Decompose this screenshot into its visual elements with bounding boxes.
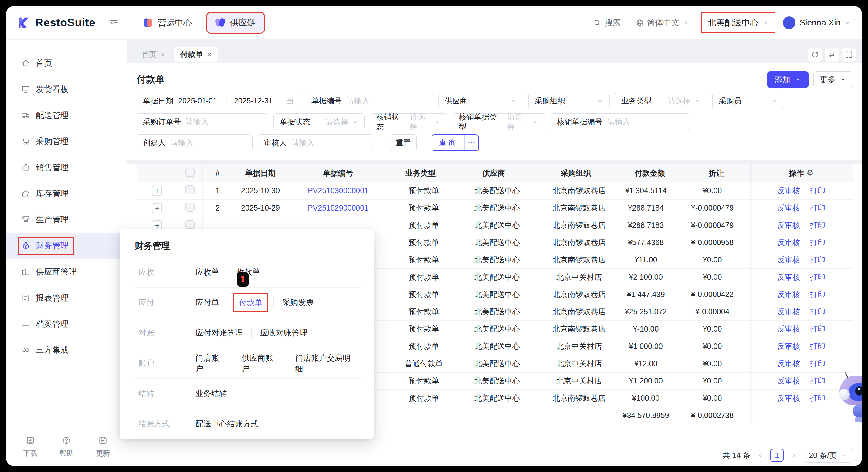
unaudit-link[interactable]: 反审核 <box>777 307 800 316</box>
print-link[interactable]: 打印 <box>810 273 825 281</box>
menu-item-purchase-invoice[interactable]: 采购发票 <box>274 297 322 308</box>
close-icon[interactable]: × <box>207 50 212 59</box>
print-link[interactable]: 打印 <box>810 324 825 333</box>
menu-item-business-carryover[interactable]: 业务结转 <box>187 388 236 399</box>
tab-home[interactable]: 首页× <box>135 47 171 62</box>
print-link[interactable]: 打印 <box>810 255 825 264</box>
menu-item-receivable-doc[interactable]: 应收单 <box>187 267 228 278</box>
unaudit-link[interactable]: 反审核 <box>777 221 800 229</box>
add-button[interactable]: 添加 <box>767 71 808 88</box>
global-search[interactable]: 搜索 <box>593 17 621 28</box>
user-avatar[interactable] <box>783 17 796 29</box>
tab-payment-doc[interactable]: 付款单× <box>174 47 218 62</box>
filter-creator[interactable]: 创建人 请输入 <box>136 134 252 151</box>
filter-business-type[interactable]: 业务类型 请选择 <box>615 93 707 109</box>
select-all-checkbox[interactable] <box>185 168 194 177</box>
row-checkbox[interactable] <box>185 220 194 229</box>
fullscreen-button[interactable] <box>842 48 856 62</box>
sidebar-item-integration[interactable]: 三方集成 <box>6 337 127 363</box>
next-page-icon[interactable] <box>790 451 798 459</box>
filter-doc-status[interactable]: 单据状态 请选择 <box>274 114 365 130</box>
download-button[interactable]: 下载 <box>23 436 37 458</box>
menu-item-store-account-transactions[interactable]: 门店账户交易明细 <box>286 353 362 374</box>
clear-tabs-button[interactable] <box>825 48 839 62</box>
unaudit-link[interactable]: 反审核 <box>777 203 800 212</box>
print-link[interactable]: 打印 <box>810 359 825 368</box>
sidebar-item-reports[interactable]: 报表管理 <box>6 285 127 311</box>
print-link[interactable]: 打印 <box>810 394 825 402</box>
sidebar-item-delivery[interactable]: 配送管理 <box>6 102 127 128</box>
sidebar-item-archives[interactable]: 档案管理 <box>6 311 127 337</box>
refresh-button[interactable] <box>808 48 822 62</box>
language-selector[interactable]: 简体中文 <box>636 17 689 28</box>
page-size-select[interactable]: 20 条/页 <box>804 448 853 463</box>
org-selector[interactable]: 北美配送中心 <box>702 13 775 32</box>
filter-purchase-order-no[interactable]: 采购订单号 请输入 <box>136 114 268 130</box>
sidebar-item-inventory[interactable]: 库存管理 <box>6 181 127 207</box>
prev-page-icon[interactable] <box>756 451 764 459</box>
unaudit-link[interactable]: 反审核 <box>777 290 800 298</box>
menu-item-store-account[interactable]: 门店账户 <box>187 353 233 374</box>
close-icon[interactable]: × <box>161 50 165 59</box>
print-link[interactable]: 打印 <box>810 342 825 350</box>
current-page-button[interactable]: 1 <box>770 449 784 462</box>
assistant-mascot[interactable] <box>837 376 862 424</box>
expand-row-button[interactable]: + <box>152 203 162 213</box>
filter-writeoff-doc-no[interactable]: 核销单据编号 请输入 <box>551 114 690 130</box>
help-button[interactable]: 帮助 <box>60 436 73 458</box>
filter-auditor[interactable]: 审核人 请输入 <box>258 134 374 151</box>
gear-icon[interactable]: ⚙ <box>806 168 813 178</box>
unaudit-link[interactable]: 反审核 <box>777 359 800 368</box>
nav-supply-chain[interactable]: 供应链 <box>207 13 264 33</box>
sidebar-item-finance[interactable]: 财务管理 <box>6 233 127 259</box>
menu-item-payable-doc[interactable]: 应付单 <box>187 297 228 308</box>
filter-doc-number[interactable]: 单据编号 请输入 <box>305 93 433 109</box>
menu-item-dc-settlement-method[interactable]: 配送中心结账方式 <box>187 419 267 429</box>
sidebar-item-home[interactable]: 首页 <box>6 50 127 76</box>
document-number-link[interactable]: PV251029000001 <box>308 203 368 212</box>
sidebar-item-sales[interactable]: 销售管理 <box>6 154 127 181</box>
filter-writeoff-status[interactable]: 核销状态 请选择 <box>370 114 447 130</box>
unaudit-link[interactable]: 反审核 <box>777 273 800 281</box>
filter-buyer[interactable]: 采购员 <box>712 93 784 109</box>
row-checkbox[interactable] <box>185 185 194 194</box>
nav-operations-center[interactable]: 营运中心 <box>140 13 195 32</box>
filter-supplier[interactable]: 供应商 <box>438 93 523 109</box>
unaudit-link[interactable]: 反审核 <box>777 376 800 385</box>
unaudit-link[interactable]: 反审核 <box>777 394 800 402</box>
unaudit-link[interactable]: 反审核 <box>777 324 800 333</box>
print-link[interactable]: 打印 <box>810 238 825 247</box>
print-link[interactable]: 打印 <box>810 186 825 195</box>
more-button[interactable]: 更多 <box>813 71 853 88</box>
sidebar-item-supplier[interactable]: 供应商管理 <box>6 259 127 285</box>
print-link[interactable]: 打印 <box>810 290 825 298</box>
menu-item-supplier-account[interactable]: 供应商账户 <box>233 353 286 374</box>
unaudit-link[interactable]: 反审核 <box>777 255 800 264</box>
unaudit-link[interactable]: 反审核 <box>777 186 800 195</box>
sidebar-item-shipping-board[interactable]: 发货看板 <box>6 76 127 102</box>
user-menu[interactable]: Sienna Xin <box>800 18 851 28</box>
update-button[interactable]: 更新 <box>96 436 110 458</box>
reset-button[interactable]: 重置 <box>390 134 417 151</box>
query-more-button[interactable]: ⋯ <box>464 135 478 151</box>
print-link[interactable]: 打印 <box>810 376 825 385</box>
filter-purchase-org[interactable]: 采购组织 <box>528 93 610 109</box>
filter-doc-date-range[interactable]: 单据日期 2025-01-01 2025-12-31 <box>136 93 300 109</box>
unaudit-link[interactable]: 反审核 <box>777 342 800 350</box>
document-number-link[interactable]: PV251030000001 <box>308 186 368 195</box>
sidebar-collapse-icon[interactable] <box>109 18 119 28</box>
print-link[interactable]: 打印 <box>810 307 825 316</box>
query-button[interactable]: 查询 <box>432 135 464 151</box>
menu-item-payment-doc[interactable]: 付款单 <box>228 294 274 311</box>
print-link[interactable]: 打印 <box>810 221 825 229</box>
filter-writeoff-doc-type[interactable]: 核销单据类型 请选择 <box>453 114 546 130</box>
menu-item-receivable-recon[interactable]: 应收对账管理 <box>251 327 316 338</box>
expand-row-button[interactable]: + <box>152 186 162 196</box>
filter-row-3: 创建人 请输入 审核人 请输入 重置 查询 ⋯ <box>136 134 853 151</box>
sidebar-item-production[interactable]: 生产管理 <box>6 207 127 233</box>
sidebar-item-purchase[interactable]: 采购管理 <box>6 128 127 154</box>
row-checkbox[interactable] <box>185 202 194 212</box>
print-link[interactable]: 打印 <box>810 203 825 212</box>
unaudit-link[interactable]: 反审核 <box>777 238 800 247</box>
menu-item-payable-recon[interactable]: 应付对账管理 <box>187 327 251 338</box>
